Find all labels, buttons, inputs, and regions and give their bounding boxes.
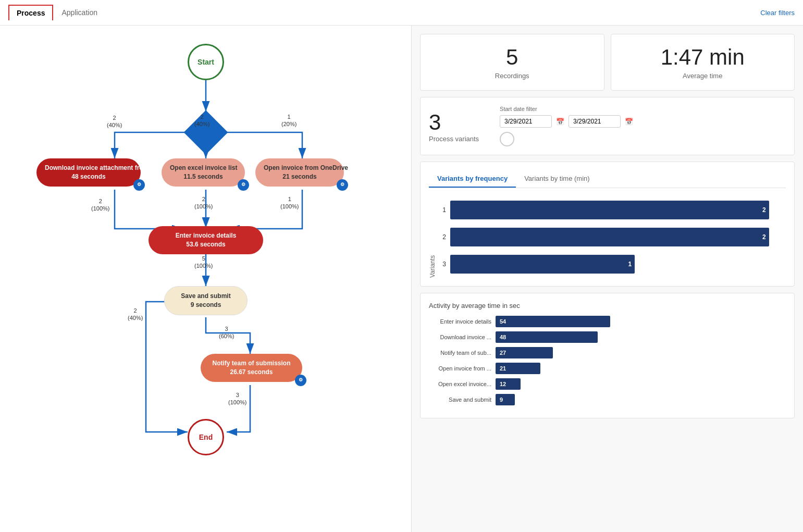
notify-activity[interactable]: Notify team of submission 26.67 seconds … — [201, 354, 302, 382]
enter-details-node[interactable]: Enter invoice details 53.6 seconds — [149, 226, 263, 254]
activity-bar-row: Enter invoice details 54 — [429, 316, 786, 327]
excel-node[interactable]: Open excel invoice list 11.5 seconds ⚙ — [162, 158, 245, 187]
edge-excel-enter: 2 (100%) — [194, 195, 213, 211]
recordings-count: 5 — [431, 45, 594, 70]
app-header: Process Application Clear filters — [0, 0, 803, 26]
right-panel: 5 Recordings 1:47 min Average time 3 Pro… — [412, 26, 803, 532]
edge-save-notify: 3 (60%) — [219, 325, 234, 340]
variant-bar: 2 — [450, 228, 769, 246]
variant-bar-wrap: 1 — [450, 255, 786, 274]
notify-node[interactable]: Notify team of submission 26.67 seconds … — [201, 354, 302, 382]
calendar-icon-start[interactable]: 📅 — [556, 118, 564, 126]
edge-download-enter: 2 (100%) — [91, 197, 109, 213]
activity-bar-name: Enter invoice details — [429, 318, 491, 325]
stats-row: 5 Recordings 1:47 min Average time — [420, 34, 795, 91]
edge-start-excel: 2 (40%) — [194, 113, 209, 128]
activity-bar-fill: 12 — [496, 378, 521, 390]
date-filter-label: Start date filter — [500, 106, 786, 112]
flow-container: Start 2 (40%) 2 (40%) 1 (20%) Download i… — [10, 36, 401, 505]
variant-bar-row: 2 2 — [438, 228, 786, 246]
enter-details-activity[interactable]: Enter invoice details 53.6 seconds — [149, 226, 263, 254]
variant-bar-row: 1 2 — [438, 201, 786, 219]
avg-time-card: 1:47 min Average time — [611, 34, 795, 91]
recordings-label: Recordings — [431, 72, 594, 80]
activity-bar-fill: 27 — [496, 347, 553, 358]
edge-onedrive-enter: 1 (100%) — [280, 195, 299, 211]
activity-bar-name: Notify team of sub... — [429, 350, 491, 356]
activity-bar-name: Download invoice ... — [429, 334, 491, 340]
chart-tabs: Variants by frequency Variants by time (… — [429, 170, 786, 188]
variant-bar: 2 — [450, 201, 769, 219]
pv-count: 3 — [429, 110, 479, 135]
start-circle: Start — [188, 44, 224, 80]
activity-bar-name: Open excel invoice... — [429, 381, 491, 387]
activity-bar-value: 21 — [500, 365, 506, 372]
activity-bar-fill: 54 — [496, 316, 610, 327]
edge-notify-end: 3 (100%) — [228, 391, 246, 406]
filter-card: 3 Process variants Start date filter 📅 📅 — [420, 97, 795, 155]
start-date-input[interactable] — [500, 115, 552, 128]
activity-bar-value: 54 — [500, 318, 506, 325]
tab-application[interactable]: Application — [53, 4, 106, 21]
variant-bar-wrap: 2 — [450, 228, 786, 246]
activity-bars: Enter invoice details 54 Download invoic… — [429, 316, 786, 405]
save-submit-activity[interactable]: Save and submit 9 seconds — [164, 286, 248, 315]
download-badge: ⚙ — [133, 179, 145, 191]
variants-chart-card: Variants by frequency Variants by time (… — [420, 162, 795, 287]
edge-enter-save: 5 (100%) — [194, 255, 213, 270]
activity-bar-fill: 21 — [496, 363, 540, 374]
avg-time-value: 1:47 min — [622, 45, 784, 70]
activity-bar-value: 9 — [500, 397, 503, 403]
download-activity[interactable]: Download invoice attachment from email 4… — [36, 158, 141, 187]
clear-filters-button[interactable]: Clear filters — [760, 9, 795, 17]
activity-bar-value: 48 — [500, 334, 506, 340]
end-node: End — [188, 419, 224, 455]
onedrive-badge: ⚙ — [337, 179, 348, 191]
start-node: Start — [188, 44, 224, 80]
variant-bar-row: 3 1 — [438, 255, 786, 274]
save-submit-node[interactable]: Save and submit 9 seconds — [164, 286, 248, 315]
activity-bar-name: Save and submit — [429, 397, 491, 403]
end-date-input[interactable] — [569, 115, 621, 128]
pv-label: Process variants — [429, 135, 479, 143]
activity-bar-row: Open invoice from ... 21 — [429, 363, 786, 374]
recordings-card: 5 Recordings — [420, 34, 604, 91]
tab-variants-frequency[interactable]: Variants by frequency — [429, 170, 516, 188]
activity-bar-name: Open invoice from ... — [429, 365, 491, 372]
variants-chart-body: Variants 1 2 2 2 3 1 — [429, 196, 786, 278]
process-panel: Start 2 (40%) 2 (40%) 1 (20%) Download i… — [0, 26, 412, 532]
activity-chart-title: Activity by average time in sec — [429, 302, 786, 310]
calendar-icon-end[interactable]: 📅 — [625, 118, 633, 126]
activity-bar-value: 12 — [500, 381, 506, 387]
edge-save-end: 2 (40%) — [128, 307, 143, 322]
onedrive-activity[interactable]: Open invoice from OneDrive 21 seconds ⚙ — [255, 158, 344, 187]
date-circle — [500, 132, 514, 146]
process-variants: 3 Process variants — [429, 110, 479, 143]
tab-process[interactable]: Process — [8, 5, 53, 20]
date-filter: Start date filter 📅 📅 — [500, 106, 786, 146]
variant-bar-wrap: 2 — [450, 201, 786, 219]
variant-bar-value: 1 — [628, 261, 632, 268]
edge-start-onedrive: 1 (20%) — [281, 113, 297, 128]
edge-start-download: 2 (40%) — [107, 114, 122, 129]
activity-chart-card: Activity by average time in sec Enter in… — [420, 293, 795, 418]
end-circle: End — [188, 419, 224, 455]
avg-time-label: Average time — [622, 72, 784, 80]
onedrive-node[interactable]: Open invoice from OneDrive 21 seconds ⚙ — [255, 158, 344, 187]
activity-bar-value: 27 — [500, 350, 506, 356]
tab-variants-time[interactable]: Variants by time (min) — [516, 170, 598, 188]
variant-bar-value: 2 — [762, 233, 766, 241]
excel-activity[interactable]: Open excel invoice list 11.5 seconds ⚙ — [162, 158, 245, 187]
variants-bars: 1 2 2 2 3 1 — [438, 196, 786, 278]
download-node[interactable]: Download invoice attachment from email 4… — [36, 158, 141, 187]
activity-bar-fill: 48 — [496, 331, 598, 343]
variant-label: 3 — [438, 261, 446, 268]
variant-bar: 1 — [450, 255, 635, 274]
date-inputs: 📅 📅 — [500, 115, 786, 128]
notify-badge: ⚙ — [295, 375, 306, 386]
variant-label: 1 — [438, 206, 446, 214]
activity-bar-fill: 9 — [496, 394, 515, 405]
activity-bar-row: Open excel invoice... 12 — [429, 378, 786, 390]
variants-y-label: Variants — [429, 196, 436, 278]
activity-bar-row: Notify team of sub... 27 — [429, 347, 786, 358]
